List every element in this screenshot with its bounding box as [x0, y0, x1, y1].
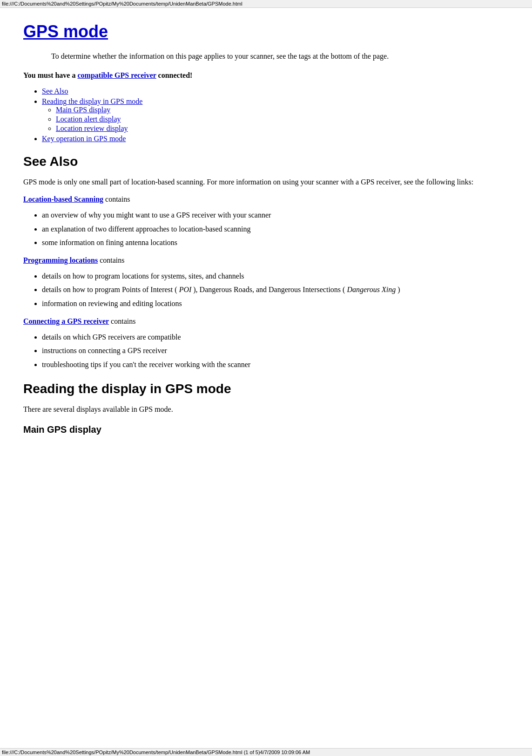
toc-item-key-operation: Key operation in GPS mode [42, 135, 509, 143]
connecting-list: details on which GPS receivers are compa… [42, 331, 509, 371]
reading-body: There are several displays available in … [23, 404, 509, 415]
list-item: an overview of why you might want to use… [42, 209, 509, 221]
location-based-link[interactable]: Location-based Scanning [23, 195, 103, 203]
item2-pre: details on how to program Points of Inte… [42, 286, 179, 293]
top-bar-text: file:///C:/Documents%20and%20Settings/PO… [2, 1, 242, 7]
toc-item-see-also: See Also [42, 87, 509, 95]
must-have-text: You must have a compatible GPS receiver … [23, 71, 509, 80]
toc-item-location-review: Location review display [56, 124, 509, 133]
see-also-heading: See Also [23, 154, 509, 169]
top-bar: file:///C:/Documents%20and%20Settings/PO… [0, 0, 532, 8]
reading-heading: Reading the display in GPS mode [23, 381, 509, 396]
list-item: instructions on connecting a GPS receive… [42, 345, 509, 357]
location-based-list: an overview of why you might want to use… [42, 209, 509, 249]
toc-item-main-gps: Main GPS display [56, 106, 509, 114]
main-gps-heading: Main GPS display [23, 424, 509, 435]
toc-item-location-alert: Location alert display [56, 115, 509, 123]
list-item: details on which GPS receivers are compa… [42, 331, 509, 343]
toc-link-main-gps[interactable]: Main GPS display [56, 106, 110, 114]
toc-link-location-review[interactable]: Location review display [56, 124, 128, 132]
toc-list: See Also Reading the display in GPS mode… [42, 87, 509, 143]
programming-contains-text: contains [100, 256, 124, 264]
location-based-contains-text: contains [105, 195, 130, 203]
bottom-bar: file:///C:/Documents%20and%20Settings/PO… [0, 748, 532, 756]
see-also-body: GPS mode is only one small part of locat… [23, 177, 509, 188]
programming-contains: Programming locations contains [23, 256, 509, 265]
connecting-link[interactable]: Connecting a GPS receiver [23, 317, 109, 325]
toc-item-reading: Reading the display in GPS mode Main GPS… [42, 97, 509, 133]
list-item: some information on fining antenna locat… [42, 237, 509, 249]
intro-text: To determine whether the information on … [51, 51, 509, 62]
connecting-contains-text: contains [111, 317, 135, 325]
list-item: troubleshooting tips if you can't the re… [42, 359, 509, 371]
list-item: an explanation of two different approach… [42, 223, 509, 235]
compatible-gps-link[interactable]: compatible GPS receiver [77, 71, 156, 79]
intro-block: To determine whether the information on … [51, 51, 509, 62]
connecting-contains: Connecting a GPS receiver contains [23, 317, 509, 326]
item2-mid: ), Dangerous Roads, and Dangerous Inters… [191, 286, 347, 293]
must-have-prefix: You must have a [23, 71, 77, 79]
programming-list: details on how to program locations for … [42, 270, 509, 310]
toc-link-location-alert[interactable]: Location alert display [56, 115, 121, 123]
location-based-contains: Location-based Scanning contains [23, 195, 509, 204]
toc-sublist-reading: Main GPS display Location alert display … [56, 106, 509, 133]
list-item: information on reviewing and editing loc… [42, 298, 509, 310]
programming-link[interactable]: Programming locations [23, 256, 98, 264]
dangerous-text: Dangerous Xing [347, 286, 396, 293]
item2-post: ) [396, 286, 400, 293]
must-have-suffix: connected! [156, 71, 193, 79]
poi-text: POI [179, 286, 192, 293]
page-title: GPS mode [23, 22, 509, 41]
toc-link-reading[interactable]: Reading the display in GPS mode [42, 97, 142, 105]
list-item: details on how to program locations for … [42, 270, 509, 282]
bottom-bar-text: file:///C:/Documents%20and%20Settings/PO… [2, 749, 310, 755]
toc-link-key-operation[interactable]: Key operation in GPS mode [42, 135, 126, 143]
list-item: details on how to program Points of Inte… [42, 284, 509, 296]
toc-link-see-also[interactable]: See Also [42, 87, 68, 95]
